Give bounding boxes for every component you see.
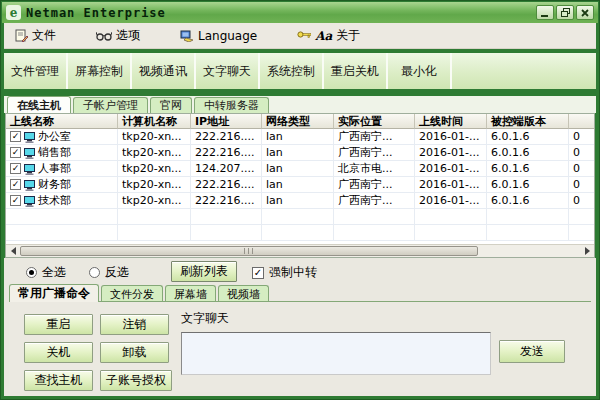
ip-address: 124.207.... [191, 161, 262, 177]
toolbar-file-manage[interactable]: 文件管理 [4, 53, 68, 89]
col-network-type[interactable]: 网络类型 [262, 114, 334, 129]
title-bar: e Netman Enterprise [2, 2, 598, 23]
row-checkbox[interactable]: ✓ [10, 195, 21, 206]
host-name: 销售部 [38, 145, 71, 160]
close-button[interactable] [576, 5, 594, 20]
tab-online-hosts[interactable]: 在线主机 [7, 96, 71, 113]
row-checkbox[interactable]: ✓ [10, 163, 21, 174]
network-type: lan [262, 161, 334, 177]
col-extra [569, 114, 594, 129]
ip-address: 222.216.... [191, 129, 262, 145]
logoff-button[interactable]: 注销 [100, 314, 169, 335]
file-icon [15, 29, 28, 42]
location: 广西南宁... [334, 145, 415, 161]
online-time: 2016-01-... [415, 145, 487, 161]
toolbar-system-control[interactable]: 系统控制 [260, 53, 324, 89]
computer-name: tkp20-xn... [118, 145, 191, 161]
location: 广西南宁... [334, 177, 415, 193]
tab-file-distribution[interactable]: 文件分发 [101, 285, 163, 302]
scrollbar-grip-icon [244, 248, 255, 254]
app-logo-icon: e [6, 5, 21, 20]
extra-value: 0 [569, 193, 594, 209]
tab-video-wall[interactable]: 视频墙 [218, 285, 269, 302]
radio-invert-select-label: 反选 [105, 264, 129, 281]
menu-options[interactable]: 选项 [93, 25, 143, 47]
radio-select-all-label: 全选 [42, 264, 66, 281]
client-version: 6.0.1.6 [487, 177, 569, 193]
menu-language[interactable]: Language [177, 25, 260, 47]
restart-button[interactable]: 重启 [24, 314, 93, 335]
row-checkbox[interactable]: ✓ [10, 147, 21, 158]
col-online-name[interactable]: 上线名称 [6, 114, 118, 129]
language-icon [180, 30, 194, 42]
empty-row [6, 209, 594, 225]
table-row[interactable]: ✓办公室 tkp20-xn... 222.216.... lan 广西南宁...… [6, 129, 594, 145]
col-location[interactable]: 实际位置 [334, 114, 415, 129]
radio-invert-select-dot[interactable] [89, 267, 100, 278]
shutdown-button[interactable]: 关机 [24, 342, 93, 363]
host-name: 财务部 [38, 177, 71, 192]
client-version: 6.0.1.6 [487, 193, 569, 209]
menu-language-label: Language [198, 29, 257, 43]
force-relay-checkbox-group[interactable]: ✓ 强制中转 [252, 264, 317, 281]
tab-relay-server[interactable]: 中转服务器 [194, 97, 269, 113]
table-row[interactable]: ✓技术部 tkp20-xn... 222.216.... lan 广西南宁...… [6, 193, 594, 209]
chat-input[interactable] [181, 332, 491, 375]
toolbar-text-chat[interactable]: 文字聊天 [196, 53, 260, 89]
table-body: ✓办公室 tkp20-xn... 222.216.... lan 广西南宁...… [6, 129, 594, 244]
toolbar-video-comm[interactable]: 视频通讯 [132, 53, 196, 89]
radio-invert-select[interactable]: 反选 [89, 264, 129, 281]
table-row[interactable]: ✓财务部 tkp20-xn... 222.216.... lan 广西南宁...… [6, 177, 594, 193]
extra-value: 0 [569, 145, 594, 161]
selection-controls: 全选 反选 刷新列表 ✓ 强制中转 [4, 258, 596, 284]
menu-file[interactable]: 文件 [12, 25, 59, 47]
radio-select-all[interactable]: 全选 [26, 264, 66, 281]
row-checkbox[interactable]: ✓ [10, 131, 21, 142]
location: 北京市电... [334, 161, 415, 177]
network-type: lan [262, 129, 334, 145]
online-time: 2016-01-... [415, 177, 487, 193]
col-ip-address[interactable]: IP地址 [191, 114, 262, 129]
computer-name: tkp20-xn... [118, 129, 191, 145]
table-row[interactable]: ✓人事部 tkp20-xn... 124.207.... lan 北京市电...… [6, 161, 594, 177]
online-time: 2016-01-... [415, 161, 487, 177]
find-host-button[interactable]: 查找主机 [24, 370, 93, 391]
row-checkbox[interactable]: ✓ [10, 179, 21, 190]
menu-about[interactable]: Aa 关于 [294, 25, 363, 47]
toolbar-minimize[interactable]: 最小化 [388, 53, 452, 89]
ip-address: 222.216.... [191, 145, 262, 161]
broadcast-commands-panel: 重启 注销 关机 卸载 查找主机 子账号授权 文字聊天 发送 [9, 301, 591, 392]
table-header: 上线名称 计算机名称 IP地址 网络类型 实际位置 上线时间 被控端版本 [6, 114, 594, 129]
scrollbar-track[interactable] [478, 245, 580, 257]
col-client-version[interactable]: 被控端版本 [487, 114, 569, 129]
toolbar-restart-shutdown[interactable]: 重启关机 [324, 53, 388, 89]
restore-button[interactable] [556, 5, 574, 20]
horizontal-scrollbar [6, 244, 594, 257]
send-button[interactable]: 发送 [499, 340, 565, 363]
network-type: lan [262, 145, 334, 161]
minimize-button[interactable] [536, 5, 554, 20]
tab-broadcast-commands[interactable]: 常用广播命令 [9, 284, 99, 302]
about-aa-icon: Aa [315, 29, 332, 43]
force-relay-checkbox[interactable]: ✓ [252, 267, 264, 279]
col-online-time[interactable]: 上线时间 [415, 114, 487, 129]
scroll-left-arrow[interactable] [6, 245, 20, 257]
col-computer-name[interactable]: 计算机名称 [118, 114, 191, 129]
subaccount-auth-button[interactable]: 子账号授权 [100, 370, 172, 391]
tab-subaccount-manage[interactable]: 子帐户管理 [73, 97, 148, 113]
client-version: 6.0.1.6 [487, 129, 569, 145]
tab-screen-wall[interactable]: 屏幕墙 [165, 285, 216, 302]
refresh-list-button[interactable]: 刷新列表 [171, 261, 237, 282]
scroll-right-arrow[interactable] [580, 245, 594, 257]
radio-select-all-dot[interactable] [26, 267, 37, 278]
online-time: 2016-01-... [415, 129, 487, 145]
toolbar-screen-control[interactable]: 屏幕控制 [68, 53, 132, 89]
toolbar: 文件管理 屏幕控制 视频通讯 文字聊天 系统控制 重启关机 最小化 [4, 53, 596, 89]
uninstall-button[interactable]: 卸载 [100, 342, 169, 363]
table-row[interactable]: ✓销售部 tkp20-xn... 222.216.... lan 广西南宁...… [6, 145, 594, 161]
scrollbar-thumb[interactable] [20, 246, 478, 256]
extra-value: 0 [569, 177, 594, 193]
tab-official-site[interactable]: 官网 [150, 97, 192, 113]
empty-row [6, 225, 594, 241]
glasses-icon [96, 31, 112, 41]
